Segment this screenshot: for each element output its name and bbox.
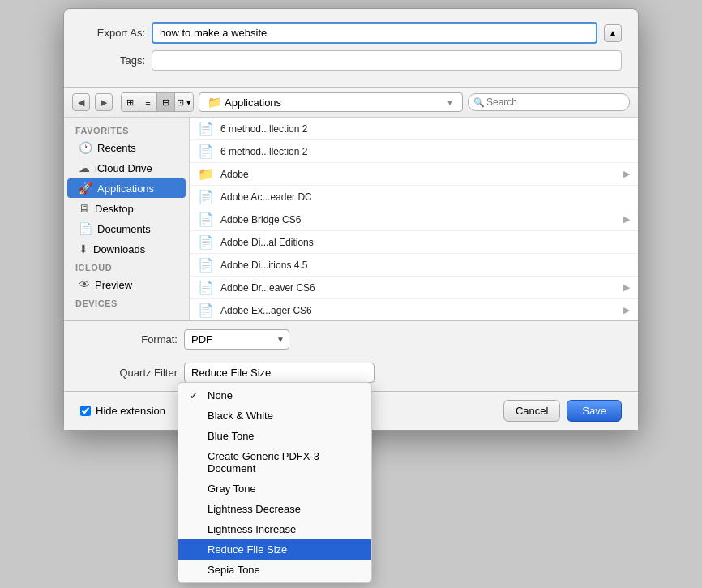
sidebar-item-recents[interactable]: 🕐 Recents bbox=[67, 138, 186, 157]
quartz-select-wrapper: None Black & White Blue Tone Create Gene… bbox=[184, 363, 375, 383]
browser-content: Favorites 🕐 Recents ☁ iCloud Drive 🚀 bbox=[64, 118, 638, 320]
quartz-filter-row: Quartz Filter None Black & White Blue To… bbox=[64, 358, 638, 391]
arrow-extmanager: ▶ bbox=[623, 305, 630, 315]
dropdown-item-reduce[interactable]: Reduce File Size bbox=[178, 539, 371, 560]
preview-label: Preview bbox=[95, 279, 132, 291]
tags-input[interactable] bbox=[152, 50, 622, 71]
format-label: Format: bbox=[80, 333, 178, 346]
downloads-icon: ⬇ bbox=[79, 242, 88, 255]
location-bar: 📁 Applications ▼ bbox=[199, 92, 463, 112]
icloud-drive-label: iCloud Drive bbox=[95, 162, 152, 174]
applications-label: Applications bbox=[97, 182, 154, 195]
devices-label: Devices bbox=[64, 295, 189, 310]
app-name-bridge: Adobe Bridge CS6 bbox=[220, 214, 617, 225]
dropdown-item-li[interactable]: Lightness Increase bbox=[178, 519, 371, 539]
nav-back-btn[interactable]: ◀ bbox=[72, 93, 90, 111]
hide-extension-checkbox[interactable] bbox=[80, 406, 91, 416]
view-column-btn[interactable]: ⊟ bbox=[157, 93, 175, 111]
file-icon-1: 📄 bbox=[198, 121, 214, 136]
option-bw-label: Black & White bbox=[208, 410, 273, 422]
icloud-drive-icon: ☁ bbox=[79, 161, 90, 174]
folder-icon-adobe: 📁 bbox=[198, 166, 214, 182]
sidebar-item-preview[interactable]: 👁 Preview bbox=[67, 275, 186, 294]
export-as-row: Export As: ▲ bbox=[80, 22, 622, 44]
downloads-label: Downloads bbox=[93, 243, 145, 255]
favorites-label: Favorites bbox=[64, 122, 189, 137]
desktop-label: Desktop bbox=[95, 203, 134, 215]
quartz-filter-select[interactable]: None Black & White Blue Tone Create Gene… bbox=[184, 363, 375, 383]
sidebar-item-downloads[interactable]: ⬇ Downloads bbox=[67, 239, 186, 259]
dropdown-item-blue[interactable]: Blue Tone bbox=[178, 426, 371, 446]
option-blue-label: Blue Tone bbox=[208, 430, 255, 442]
view-gallery-btn[interactable]: ⊡ ▾ bbox=[175, 93, 193, 111]
file-name-2: 6 method...llection 2 bbox=[220, 146, 630, 157]
background-content: Export As: ▲ Tags: ◀ ▶ bbox=[0, 0, 702, 588]
browser-search-icon: 🔍 bbox=[473, 97, 485, 108]
file-name-1: 6 method...llection 2 bbox=[220, 123, 630, 135]
dropdown-item-gray[interactable]: Gray Tone bbox=[178, 479, 371, 499]
file-item-adobe-acrobat[interactable]: 📄 Adobe Ac...eader DC bbox=[190, 186, 638, 208]
file-item-bridge[interactable]: 📄 Adobe Bridge CS6 ▶ bbox=[190, 208, 638, 231]
nav-forward-btn[interactable]: ▶ bbox=[95, 93, 113, 111]
dropdown-item-sepia[interactable]: Sepia Tone bbox=[178, 560, 371, 580]
view-icon-btn[interactable]: ⊞ bbox=[122, 93, 139, 111]
app-window: 📄 how to make a website.pdf (page 2 of 6… bbox=[0, 0, 702, 588]
sidebar-item-desktop[interactable]: 🖥 Desktop bbox=[67, 199, 186, 218]
file-item-digital-editions[interactable]: 📄 Adobe Di...al Editions bbox=[190, 231, 638, 254]
browser-search-input[interactable] bbox=[468, 93, 630, 111]
file-item-extmanager[interactable]: 📄 Adobe Ex...ager CS6 ▶ bbox=[190, 299, 638, 320]
dropdown-item-bw[interactable]: Black & White bbox=[178, 406, 371, 426]
check-none: ✓ bbox=[190, 390, 201, 401]
view-list-btn[interactable]: ≡ bbox=[139, 93, 157, 111]
export-as-input[interactable] bbox=[152, 22, 597, 44]
hide-extension-wrapper: Hide extension bbox=[80, 405, 165, 417]
export-as-label: Export As: bbox=[80, 27, 145, 39]
location-folder-icon: 📁 bbox=[208, 96, 221, 109]
hide-extension-label[interactable]: Hide extension bbox=[96, 405, 165, 417]
export-dialog: Export As: ▲ Tags: ◀ ▶ bbox=[63, 8, 639, 431]
documents-label: Documents bbox=[97, 223, 151, 235]
option-reduce-label: Reduce File Size bbox=[208, 543, 287, 556]
file-item-dreamweaver[interactable]: 📄 Adobe Dr...eaver CS6 ▶ bbox=[190, 277, 638, 299]
file-item-2[interactable]: 📄 6 method...llection 2 bbox=[190, 140, 638, 163]
browser-search-wrapper: 🔍 bbox=[468, 93, 630, 111]
app-icon-dimensions: 📄 bbox=[198, 257, 214, 273]
format-select-wrapper: PDF JPEG PNG TIFF ▼ bbox=[184, 329, 289, 350]
sidebar-item-applications[interactable]: 🚀 Applications bbox=[67, 178, 186, 198]
file-item-1[interactable]: 📄 6 method...llection 2 bbox=[190, 118, 638, 140]
file-item-dimensions[interactable]: 📄 Adobe Di...itions 4.5 bbox=[190, 254, 638, 277]
app-icon-dreamweaver: 📄 bbox=[198, 280, 214, 295]
dropdown-item-ld[interactable]: Lightness Decrease bbox=[178, 499, 371, 519]
option-gray-label: Gray Tone bbox=[208, 483, 256, 495]
documents-icon: 📄 bbox=[79, 222, 92, 235]
preview-icon: 👁 bbox=[79, 278, 90, 291]
arrow-bridge: ▶ bbox=[623, 214, 630, 225]
option-none-label: None bbox=[208, 389, 233, 401]
option-generic-label: Create Generic PDFX-3 Document bbox=[208, 450, 360, 474]
quartz-filter-label: Quartz Filter bbox=[80, 367, 178, 379]
sidebar: Favorites 🕐 Recents ☁ iCloud Drive 🚀 bbox=[64, 118, 190, 320]
file-item-adobe[interactable]: 📁 Adobe ▶ bbox=[190, 163, 638, 186]
save-button[interactable]: Save bbox=[567, 400, 622, 422]
file-browser: ◀ ▶ ⊞ ≡ ⊟ ⊡ ▾ 📁 Applications ▼ bbox=[64, 87, 638, 320]
format-select[interactable]: PDF JPEG PNG TIFF bbox=[184, 329, 289, 350]
app-icon-bridge: 📄 bbox=[198, 212, 214, 227]
cancel-button[interactable]: Cancel bbox=[503, 400, 560, 422]
file-list: 📄 6 method...llection 2 📄 6 method...lle… bbox=[190, 118, 638, 320]
dropdown-item-generic[interactable]: Create Generic PDFX-3 Document bbox=[178, 446, 371, 479]
expand-collapse-btn[interactable]: ▲ bbox=[604, 24, 622, 42]
sidebar-item-icloud-drive[interactable]: ☁ iCloud Drive bbox=[67, 158, 186, 178]
option-ld-label: Lightness Decrease bbox=[208, 503, 301, 515]
app-icon-adobe-acrobat: 📄 bbox=[198, 189, 214, 204]
desktop-icon: 🖥 bbox=[79, 202, 90, 215]
dialog-top: Export As: ▲ Tags: bbox=[64, 9, 638, 87]
recents-label: Recents bbox=[97, 142, 136, 154]
quartz-dropdown-menu: ✓ None Black & White Blue Tone bbox=[178, 382, 372, 583]
sidebar-item-documents[interactable]: 📄 Documents bbox=[67, 219, 186, 238]
option-sepia-label: Sepia Tone bbox=[208, 564, 260, 576]
app-name-dreamweaver: Adobe Dr...eaver CS6 bbox=[220, 282, 617, 294]
dropdown-item-none[interactable]: ✓ None bbox=[178, 385, 371, 406]
app-name-extmanager: Adobe Ex...ager CS6 bbox=[220, 305, 617, 316]
folder-name-adobe: Adobe bbox=[220, 169, 617, 180]
icloud-section-label: iCloud bbox=[64, 260, 189, 274]
